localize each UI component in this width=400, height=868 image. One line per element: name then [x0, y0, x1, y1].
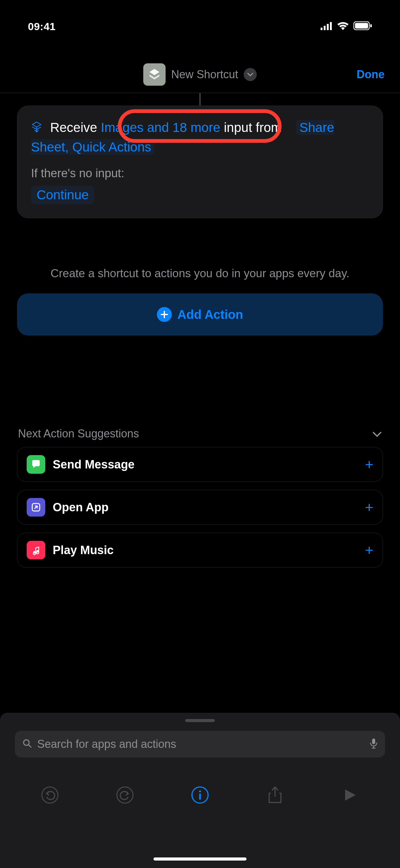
mic-icon[interactable] — [370, 738, 378, 750]
done-button[interactable]: Done — [357, 61, 385, 89]
chevron-down-icon[interactable] — [244, 68, 257, 81]
search-icon — [22, 739, 32, 750]
wifi-icon — [337, 20, 349, 33]
plus-icon[interactable]: + — [365, 542, 373, 558]
svg-rect-5 — [355, 23, 368, 29]
plus-icon[interactable]: + — [365, 499, 373, 516]
suggestion-play-music[interactable]: Play Music + — [17, 533, 383, 567]
from-label: from — [256, 120, 282, 135]
search-input[interactable]: Search for apps and actions — [15, 731, 385, 757]
input-types-token[interactable]: Images and 18 more — [101, 120, 220, 135]
connector-line — [199, 93, 201, 105]
shortcut-app-icon — [143, 63, 166, 86]
status-time: 09:41 — [28, 21, 56, 33]
add-action-label: Add Action — [177, 308, 243, 321]
open-app-icon — [27, 498, 45, 517]
nav-header: New Shortcut Done — [0, 61, 400, 89]
share-button[interactable] — [263, 783, 288, 807]
input-label: input — [224, 120, 252, 135]
input-config-card: Receive Images and 18 more input from Sh… — [17, 105, 383, 218]
svg-point-9 — [36, 550, 39, 553]
battery-icon — [354, 20, 372, 33]
svg-point-12 — [42, 787, 58, 803]
svg-point-13 — [117, 787, 133, 803]
svg-rect-0 — [321, 28, 323, 30]
redo-button[interactable] — [112, 783, 137, 807]
svg-point-8 — [33, 551, 36, 554]
input-icon — [31, 119, 42, 138]
suggestions-title: Next Action Suggestions — [18, 427, 139, 440]
nav-title[interactable]: New Shortcut — [143, 63, 257, 86]
undo-button[interactable] — [37, 783, 62, 807]
suggestion-send-message[interactable]: Send Message + — [17, 447, 383, 482]
status-bar: 09:41 — [0, 0, 400, 53]
status-indicators — [321, 20, 372, 33]
suggestion-open-app[interactable]: Open App + — [17, 490, 383, 525]
no-input-label: If there's no input: — [31, 167, 369, 180]
home-indicator[interactable] — [154, 858, 246, 861]
bottom-toolbar — [0, 775, 400, 815]
receive-label: Receive — [50, 120, 97, 135]
svg-rect-1 — [324, 26, 326, 30]
bottom-panel: Search for apps and actions — [0, 713, 400, 868]
svg-rect-2 — [327, 24, 329, 30]
svg-point-15 — [199, 790, 201, 792]
suggestion-label: Play Music — [53, 544, 358, 557]
run-button[interactable] — [338, 783, 363, 807]
cellular-icon — [321, 20, 332, 33]
plus-icon[interactable]: + — [365, 456, 373, 473]
chevron-down-icon — [372, 427, 382, 440]
panel-grabber[interactable] — [185, 719, 215, 722]
add-action-button[interactable]: Add Action — [17, 293, 383, 336]
svg-rect-11 — [372, 739, 375, 744]
suggestion-label: Send Message — [53, 458, 358, 471]
helper-text: Create a shortcut to actions you do in y… — [15, 267, 385, 280]
messages-app-icon — [27, 455, 45, 474]
search-placeholder: Search for apps and actions — [37, 738, 365, 751]
suggestions-header[interactable]: Next Action Suggestions — [18, 427, 382, 440]
svg-rect-6 — [370, 24, 372, 27]
svg-rect-16 — [199, 794, 201, 800]
info-button[interactable] — [188, 783, 212, 807]
suggestions-list: Send Message + Open App + Play Music + — [17, 447, 383, 567]
svg-rect-3 — [330, 22, 332, 30]
music-app-icon — [27, 541, 45, 559]
page-title: New Shortcut — [171, 68, 238, 81]
no-input-fallback-token[interactable]: Continue — [31, 186, 94, 204]
suggestion-label: Open App — [53, 501, 358, 514]
plus-circle-icon — [157, 307, 172, 322]
